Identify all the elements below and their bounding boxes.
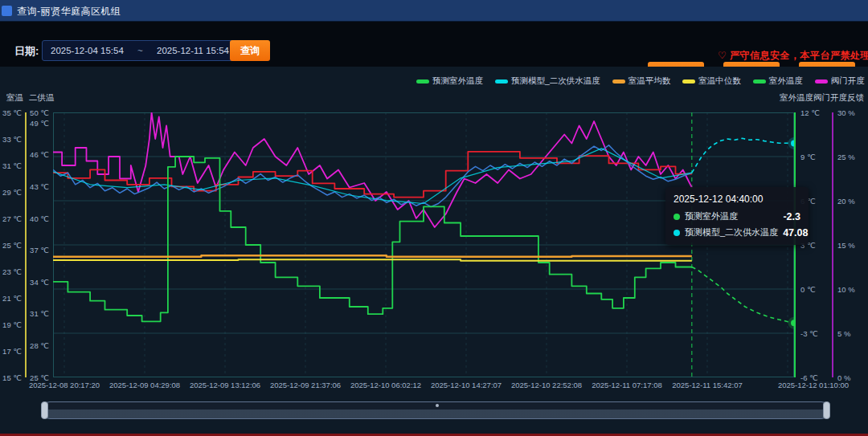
chart-tooltip: 2025-12-12 04:40:00 预测室外温度-2.3预测模型_二次供水温… xyxy=(665,187,809,245)
left1-tick-label: 21 ℃ xyxy=(0,295,22,303)
x-axis-label: 2025-12-09 21:37:06 xyxy=(270,381,341,389)
right1-tick-label: 9 ℃ xyxy=(800,153,816,161)
x-axis-label: 2025-12-11 07:17:08 xyxy=(592,381,662,389)
app-root: { "window": { "title": "查询-丽贤华庭高区机组" }, … xyxy=(0,0,868,436)
tooltip-series-dot xyxy=(674,214,680,220)
right1-tick-label: 0 ℃ xyxy=(800,286,816,294)
legend-item-室温平均数[interactable]: 室温平均数 xyxy=(612,75,671,87)
axis-header-room-temp: 室温 xyxy=(6,92,23,104)
x-axis-label: 2025-12-09 04:29:08 xyxy=(109,381,180,389)
tooltip-timestamp: 2025-12-12 04:40:00 xyxy=(674,194,800,205)
legend-label: 室温平均数 xyxy=(628,75,671,87)
left2-tick-label: 40 ℃ xyxy=(24,215,49,223)
axis-header-valve-feedback: 阀门开度反馈 xyxy=(813,92,864,104)
datazoom-left-handle[interactable] xyxy=(41,401,48,419)
legend-item-预测室外温度[interactable]: 预测室外温度 xyxy=(416,75,483,87)
date-range-input[interactable]: 2025-12-04 15:54 ~ 2025-12-11 15:54 xyxy=(42,40,238,61)
legend-label: 预测室外温度 xyxy=(432,75,483,87)
date-from-value[interactable]: 2025-12-04 15:54 xyxy=(51,46,124,55)
x-axis-label: 2025-12-09 13:12:06 xyxy=(190,381,260,389)
left2-tick-label: 37 ℃ xyxy=(24,247,49,255)
left2-tick-label: 46 ℃ xyxy=(24,151,49,159)
tooltip-series-label: 预测模型_二次供水温度 xyxy=(685,226,778,238)
left2-tick-label: 28 ℃ xyxy=(24,342,49,350)
chart-panel: 预测室外温度预测模型_二次供水温度室温平均数室温中位数室外温度阀门开度支路_二次… xyxy=(0,67,868,434)
chart-legend: 预测室外温度预测模型_二次供水温度室温平均数室温中位数室外温度阀门开度支路_二次… xyxy=(416,75,868,87)
legend-item-阀门开度[interactable]: 阀门开度 xyxy=(815,75,865,87)
left1-tick-label: 25 ℃ xyxy=(0,242,22,250)
series-line-预测室外温度[interactable] xyxy=(692,267,794,324)
left1-tick-label: 19 ℃ xyxy=(0,321,22,329)
legend-marker xyxy=(612,79,625,84)
left1-tick-label: 29 ℃ xyxy=(0,189,22,197)
tooltip-row: 预测模型_二次供水温度47.08 xyxy=(674,226,800,238)
legend-label: 预测模型_二次供水温度 xyxy=(511,75,600,87)
date-label: 日期: xyxy=(14,44,39,59)
right2-tick-label: 30 % xyxy=(837,109,855,117)
right1-tick-label: -3 ℃ xyxy=(800,330,818,338)
date-to-value[interactable]: 2025-12-11 15:54 xyxy=(157,46,229,55)
left1-tick-label: 23 ℃ xyxy=(0,268,22,276)
series-line-室温平均数[interactable] xyxy=(53,255,692,257)
left1-tick-label: 35 ℃ xyxy=(0,109,22,117)
left2-tick-label: 34 ℃ xyxy=(24,279,49,287)
x-axis-label: 2025-12-10 06:02:12 xyxy=(350,381,421,389)
left1-tick-label: 31 ℃ xyxy=(0,162,22,170)
datazoom-right-handle[interactable] xyxy=(823,401,830,419)
x-axis-label: 2025-12-08 20:17:20 xyxy=(29,381,100,389)
window-titlebar: 查询-丽贤华庭高区机组 xyxy=(0,0,868,22)
right2-tick-label: 10 % xyxy=(837,286,855,294)
legend-label: 室温中位数 xyxy=(698,75,741,87)
left1-tick-label: 27 ℃ xyxy=(0,215,22,223)
axis-header-supply-temp: 二供温 xyxy=(29,92,55,104)
right2-tick-label: 25 % xyxy=(837,153,855,161)
tooltip-row: 预测室外温度-2.3 xyxy=(674,210,800,222)
series-line-室温中位数[interactable] xyxy=(53,259,692,261)
legend-item-室外温度[interactable]: 室外温度 xyxy=(753,75,803,87)
x-axis-label: 2025-12-11 15:42:07 xyxy=(672,381,743,389)
left1-tick-label: 17 ℃ xyxy=(0,348,22,356)
outdoor-temp-axis-line xyxy=(794,112,796,377)
legend-item-预测模型_二次供水温度[interactable]: 预测模型_二次供水温度 xyxy=(495,75,600,87)
left2-tick-label: 43 ℃ xyxy=(24,183,49,191)
legend-label: 阀门开度 xyxy=(831,75,865,87)
legend-marker xyxy=(416,79,429,84)
plot-area[interactable] xyxy=(53,112,794,377)
right2-tick-label: 20 % xyxy=(837,198,855,206)
axis-header-outdoor-temp: 室外温度 xyxy=(780,92,813,104)
legend-item-室温中位数[interactable]: 室温中位数 xyxy=(682,75,741,87)
series-line-预测模型_二次供水温度[interactable] xyxy=(692,138,794,173)
datazoom-drag-dot xyxy=(436,404,439,407)
x-axis-label: 2025-12-10 22:52:08 xyxy=(511,381,582,389)
legend-marker xyxy=(682,79,695,84)
app-icon xyxy=(2,6,12,16)
tooltip-series-value: -2.3 xyxy=(783,211,800,222)
x-axis-label: 2025-12-10 14:27:07 xyxy=(431,381,502,389)
right2-tick-label: 5 % xyxy=(837,330,850,338)
series-line-下发_二次供水温度[interactable] xyxy=(53,152,692,198)
left1-tick-label: 15 ℃ xyxy=(0,374,22,382)
x-axis-label: 2025-12-12 01:10:00 xyxy=(778,381,849,389)
query-button[interactable]: 查询 xyxy=(230,40,270,61)
legend-label: 室外温度 xyxy=(769,75,803,87)
tooltip-series-value: 47.08 xyxy=(783,227,808,238)
valve-axis-line xyxy=(832,112,833,377)
tooltip-series-label: 预测室外温度 xyxy=(685,210,778,222)
date-range-separator: ~ xyxy=(137,46,143,55)
left2-tick-label: 31 ℃ xyxy=(24,310,49,318)
series-line-阀门开度[interactable] xyxy=(53,112,692,227)
security-warning-text: ♡ 严守信息安全，本平台严禁处理、传输 xyxy=(718,49,868,63)
right1-tick-label: 12 ℃ xyxy=(800,109,820,117)
right2-tick-label: 15 % xyxy=(837,242,855,250)
tooltip-series-dot xyxy=(674,230,680,236)
left1-tick-label: 33 ℃ xyxy=(0,136,22,144)
legend-marker xyxy=(495,79,508,84)
legend-marker xyxy=(815,79,828,84)
left2-tick-label: 50 ℃ xyxy=(24,109,49,117)
series-line-支路_二次供水温度[interactable] xyxy=(53,145,692,207)
datazoom-slider[interactable] xyxy=(42,401,829,419)
left2-tick-label: 49 ℃ xyxy=(24,120,49,128)
legend-marker xyxy=(753,79,766,84)
page-title: 查询-丽贤华庭高区机组 xyxy=(17,5,121,18)
